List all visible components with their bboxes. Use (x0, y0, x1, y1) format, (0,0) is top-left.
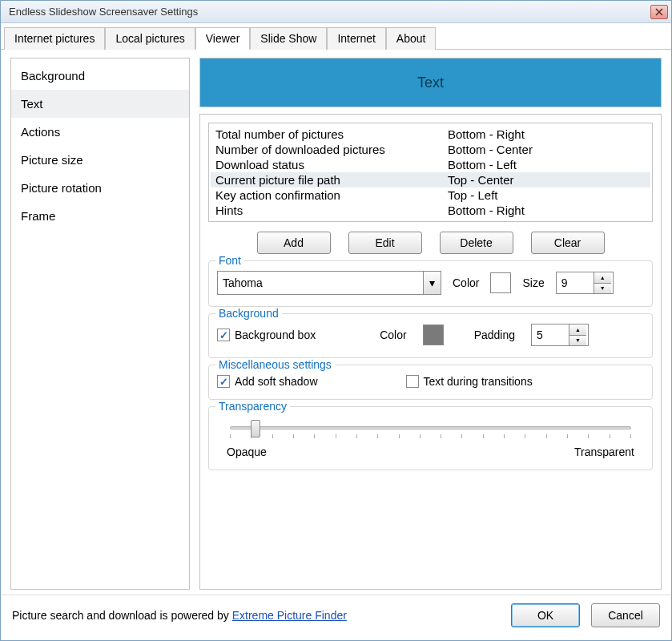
sidebar-item-frame[interactable]: Frame (11, 202, 189, 230)
list-item[interactable]: Key action confirmationTop - Left (211, 187, 650, 203)
background-group: Background Background box Color Padding … (208, 313, 653, 358)
checkbox-icon (217, 375, 230, 388)
list-item[interactable]: Download statusBottom - Left (211, 157, 650, 172)
list-item[interactable]: Current picture file pathTop - Center (211, 172, 650, 187)
checkbox-icon (406, 375, 419, 388)
background-legend: Background (215, 307, 282, 320)
slider-ticks (230, 434, 631, 438)
text-items-list[interactable]: Total number of picturesBottom - Right N… (208, 123, 653, 222)
opaque-label: Opaque (227, 445, 267, 458)
spin-up-icon[interactable]: ▲ (594, 272, 611, 284)
sidebar: Background Text Actions Picture size Pic… (10, 58, 190, 590)
titlebar: Endless Slideshow Screensaver Settings (1, 1, 671, 23)
transparency-slider[interactable] (222, 420, 639, 442)
size-label: Size (522, 276, 544, 289)
clear-button[interactable]: Clear (531, 232, 605, 254)
list-item[interactable]: Total number of picturesBottom - Right (211, 127, 650, 142)
sidebar-item-text[interactable]: Text (11, 90, 189, 118)
sidebar-item-background[interactable]: Background (11, 62, 189, 90)
tab-slide-show[interactable]: Slide Show (250, 27, 327, 50)
bg-color-label: Color (380, 329, 406, 341)
soft-shadow-checkbox[interactable]: Add soft shadow (217, 375, 318, 388)
font-color-swatch[interactable] (490, 272, 511, 293)
transparency-group: Transparency Opaque Transparent (208, 406, 653, 470)
font-size-input[interactable] (557, 272, 594, 293)
padding-input[interactable] (532, 325, 569, 345)
misc-legend: Miscellaneous settings (215, 358, 335, 371)
delete-button[interactable]: Delete (440, 232, 513, 254)
sidebar-item-picture-size[interactable]: Picture size (11, 146, 189, 174)
tab-internet[interactable]: Internet (327, 27, 385, 50)
font-family-select[interactable]: Tahoma ▾ (217, 271, 441, 295)
list-item[interactable]: Number of downloaded picturesBottom - Ce… (211, 142, 650, 157)
panel-title: Text (199, 58, 662, 107)
text-transitions-checkbox[interactable]: Text during transitions (406, 375, 533, 388)
close-button[interactable] (650, 5, 668, 19)
tab-local-pictures[interactable]: Local pictures (105, 27, 195, 50)
slider-thumb[interactable] (251, 420, 260, 437)
color-label: Color (453, 276, 479, 289)
font-legend: Font (215, 254, 244, 267)
slider-track (230, 426, 631, 429)
body: Background Text Actions Picture size Pic… (1, 50, 671, 595)
tab-bar: Internet pictures Local pictures Viewer … (1, 23, 671, 50)
list-item[interactable]: HintsBottom - Right (211, 203, 650, 218)
transparent-label: Transparent (574, 445, 634, 458)
tab-internet-pictures[interactable]: Internet pictures (4, 27, 105, 50)
padding-stepper[interactable]: ▲▼ (531, 324, 589, 346)
extreme-picture-finder-link[interactable]: Extreme Picture Finder (232, 609, 347, 622)
settings-window: Endless Slideshow Screensaver Settings I… (0, 0, 672, 641)
spin-up-icon[interactable]: ▲ (569, 325, 586, 336)
tab-viewer[interactable]: Viewer (195, 27, 251, 50)
cancel-button[interactable]: Cancel (591, 603, 660, 627)
list-buttons: Add Edit Delete Clear (208, 232, 653, 254)
font-size-stepper[interactable]: ▲▼ (556, 272, 614, 294)
misc-group: Miscellaneous settings Add soft shadow T… (208, 365, 653, 400)
footer: Picture search and download is powered b… (1, 595, 671, 635)
footer-text: Picture search and download is powered b… (12, 609, 347, 622)
content-box: Total number of picturesBottom - Right N… (199, 114, 662, 590)
sidebar-item-actions[interactable]: Actions (11, 118, 189, 146)
spin-down-icon[interactable]: ▼ (594, 284, 611, 294)
checkbox-icon (217, 329, 230, 341)
padding-label: Padding (474, 329, 515, 341)
window-title: Endless Slideshow Screensaver Settings (9, 6, 650, 18)
add-button[interactable]: Add (257, 232, 331, 254)
spin-down-icon[interactable]: ▼ (569, 336, 586, 346)
background-box-checkbox[interactable]: Background box (217, 329, 316, 341)
font-group: Font Tahoma ▾ Color Size ▲▼ (208, 260, 653, 307)
bg-color-swatch[interactable] (423, 325, 444, 345)
edit-button[interactable]: Edit (348, 232, 422, 254)
chevron-down-icon: ▾ (423, 272, 441, 294)
sidebar-item-picture-rotation[interactable]: Picture rotation (11, 174, 189, 202)
tab-about[interactable]: About (386, 27, 437, 50)
transparency-legend: Transparency (215, 400, 290, 413)
main-panel: Text Total number of picturesBottom - Ri… (199, 58, 662, 590)
close-icon (655, 8, 663, 16)
ok-button[interactable]: OK (511, 603, 580, 627)
